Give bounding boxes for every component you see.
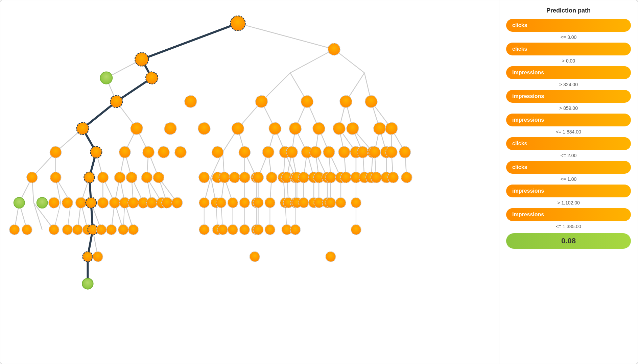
pred-condition-6: <= 2.00 — [506, 151, 631, 161]
sidebar-title: Prediction path — [506, 7, 631, 14]
prediction-path-sidebar: Prediction path clicks <= 3.00 clicks > … — [499, 0, 638, 364]
svg-point-147 — [135, 53, 148, 66]
pred-result: 0.08 — [506, 233, 631, 249]
svg-line-52 — [290, 49, 334, 73]
pred-label-5: impressions — [506, 114, 631, 126]
pred-label-6: clicks — [506, 137, 631, 150]
main-container: Prediction path clicks <= 3.00 clicks > … — [0, 0, 638, 364]
pred-label-4: impressions — [506, 90, 631, 103]
svg-line-138 — [116, 78, 152, 102]
svg-line-136 — [142, 23, 238, 59]
pred-condition-9: <= 1,385.00 — [506, 222, 631, 232]
pred-condition-3: > 324.00 — [506, 80, 631, 90]
pred-label-9: impressions — [506, 208, 631, 221]
pred-condition-5: <= 1,884.00 — [506, 128, 631, 137]
pred-condition-7: <= 1.00 — [506, 175, 631, 185]
pred-label-1: clicks — [506, 19, 631, 32]
pred-condition-4: > 859.00 — [506, 104, 631, 114]
pred-label-8: impressions — [506, 185, 631, 197]
pred-condition-2: > 0.00 — [506, 57, 631, 66]
pred-label-2: clicks — [506, 43, 631, 55]
tree-area — [0, 0, 499, 364]
pred-label-7: clicks — [506, 161, 631, 174]
svg-line-1 — [238, 23, 334, 49]
pred-condition-8: > 1,102.00 — [506, 199, 631, 208]
pred-condition-1: <= 3.00 — [506, 33, 631, 43]
pred-label-3: impressions — [506, 66, 631, 79]
